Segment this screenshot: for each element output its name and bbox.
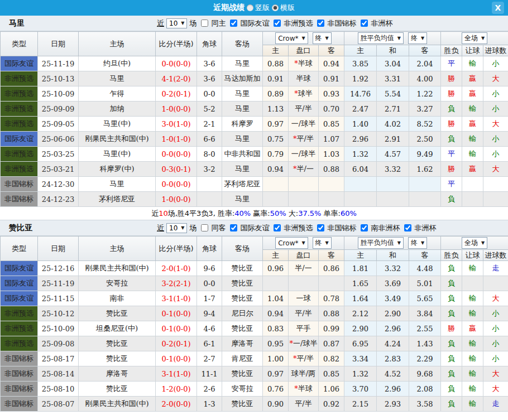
league-checkbox[interactable]: [361, 20, 368, 27]
star-icon: *: [294, 89, 298, 98]
home-team: 赞比亚: [79, 351, 156, 366]
league-checkbox[interactable]: [230, 224, 237, 231]
away-team: 马里: [222, 86, 263, 102]
handicap-result: [462, 276, 483, 291]
home-odds: 0.79: [263, 147, 289, 162]
avg-home-odds: 2.96: [344, 132, 377, 147]
match-type-badge: 非国锦标: [1, 351, 38, 366]
away-odds: 0.88: [319, 306, 344, 321]
same-venue-checkbox[interactable]: [201, 224, 208, 231]
match-type-badge: 非洲预选: [1, 162, 38, 177]
away-odds: 0.99: [319, 321, 344, 336]
league-checkbox[interactable]: [404, 224, 411, 231]
handicap-line: 平/半: [289, 306, 319, 321]
recent-label: 近: [157, 223, 164, 233]
league-label: 非洲杯: [414, 223, 436, 233]
horizontal-layout-radio[interactable]: 横版: [272, 3, 295, 13]
avg-draw-odds: 3.32: [377, 261, 409, 276]
average-stage-select[interactable]: 终▼: [408, 237, 427, 249]
match-score: 0-2(0-1): [156, 336, 197, 351]
corner-score: 8-0: [197, 147, 222, 162]
col-score: 比分(半场): [156, 32, 197, 56]
summary-segment: 60%: [341, 209, 357, 218]
avg-draw-odds: 2.83: [377, 351, 409, 366]
away-team: 马里: [222, 132, 263, 147]
home-team: 马里(中): [79, 147, 156, 162]
handicap-line: [289, 177, 319, 192]
avg-home-odds: 6.95: [344, 336, 377, 351]
home-team: 茅利塔尼亚: [79, 192, 156, 207]
match-count-select[interactable]: 10▼: [166, 223, 187, 233]
league-checkbox[interactable]: [361, 224, 368, 231]
table-row: 非国锦标25-08-17赞比亚0-1(0-0)2-7肯尼亚1.00*平/半0.8…: [1, 351, 508, 366]
summary-segment: 单率:: [321, 209, 341, 218]
horizontal-layout-label: 横版: [280, 3, 295, 13]
star-icon: *: [293, 165, 297, 173]
handicap-result: 輸: [462, 382, 483, 397]
match-score: 0-1(0-0): [156, 321, 197, 336]
wdl-average-group: 胜平负均值▼ 终▼: [344, 32, 441, 45]
chevron-down-icon: ▼: [421, 36, 424, 41]
handicap-odds-group: Crow*▼ 终▼: [263, 236, 344, 250]
avg-home-odds: 1.92: [344, 71, 377, 86]
avg-draw-odds: 2.96: [377, 321, 409, 336]
odds-stage-select[interactable]: 终▼: [313, 32, 332, 44]
col-handicap-line: 盘口: [289, 250, 319, 261]
home-odds: 0.95: [263, 336, 289, 351]
average-type-select[interactable]: 胜平负均值▼: [358, 32, 404, 44]
league-checkbox[interactable]: [274, 224, 281, 231]
away-team: 科摩罗: [222, 117, 263, 132]
avg-away-odds: 5.01: [409, 276, 441, 291]
result-group: 全场▼: [441, 236, 508, 250]
vertical-layout-radio[interactable]: 竖版: [247, 3, 270, 13]
close-button[interactable]: X: [492, 2, 504, 14]
away-odds: 0.85: [319, 366, 344, 382]
chevron-down-icon: ▼: [481, 240, 485, 245]
league-label: 非国锦标: [327, 18, 356, 28]
same-venue-checkbox[interactable]: [201, 20, 208, 27]
match-count-select[interactable]: 10▼: [166, 18, 187, 28]
match-date: 25-08-17: [38, 351, 79, 366]
average-type-select[interactable]: 胜平负均值▼: [358, 237, 404, 249]
col-handicap-away: 客: [319, 45, 344, 56]
odds-stage-select[interactable]: 终▼: [313, 237, 332, 249]
avg-home-odds: 2.47: [344, 102, 377, 117]
bookmaker-select[interactable]: Crow*▼: [275, 237, 308, 249]
home-odds: 0.88: [263, 56, 289, 71]
league-checkbox[interactable]: [230, 20, 237, 27]
match-scope-select[interactable]: 全场▼: [462, 32, 487, 44]
league-checkbox[interactable]: [317, 224, 324, 231]
corner-score: [197, 177, 222, 192]
avg-draw-odds: 3.32: [377, 162, 409, 177]
col-let: 让球: [462, 45, 483, 56]
goals-result: 大: [483, 71, 508, 86]
match-date: 25-08-10: [38, 382, 79, 397]
home-team: 南非: [79, 291, 156, 306]
wdl-result: 平: [441, 56, 462, 71]
league-checkbox[interactable]: [274, 20, 281, 27]
col-date: 日期: [38, 32, 79, 56]
match-scope-select[interactable]: 全场▼: [462, 237, 487, 249]
handicap-line: 平手: [289, 321, 319, 336]
chevron-down-icon: ▼: [325, 240, 329, 245]
summary-segment: 赢率:: [251, 209, 270, 218]
window-title: 近期战绩: [213, 3, 245, 13]
league-checkbox[interactable]: [317, 20, 324, 27]
handicap-line: 半/一: [289, 261, 319, 276]
table-row: 非洲预选25-09-09加纳1-0(0-0)5-2马里1.13平/半0.702.…: [1, 102, 508, 117]
summary-row: 近10场,胜4平3负3, 胜率:40% 赢率:50% 大:37.5% 单率:60…: [0, 207, 508, 220]
away-odds: 1.07: [319, 132, 344, 147]
star-icon: *: [290, 339, 294, 347]
home-team: 刚果民主共和国(中): [79, 132, 156, 147]
summary-segment: 50%: [270, 209, 286, 218]
corner-score: 6-1: [197, 336, 222, 351]
bookmaker-select[interactable]: Crow*▼: [275, 32, 308, 44]
average-stage-select[interactable]: 终▼: [408, 32, 427, 44]
away-team: 马达加斯加: [222, 71, 263, 86]
away-odds: 0.70: [319, 102, 344, 117]
match-score: 2-0(1-0): [156, 261, 197, 276]
away-odds: 1.03: [319, 147, 344, 162]
handicap-result: 贏: [462, 162, 483, 177]
avg-away-odds: 1.62: [409, 162, 441, 177]
match-type-badge: 国际友谊: [1, 56, 38, 71]
